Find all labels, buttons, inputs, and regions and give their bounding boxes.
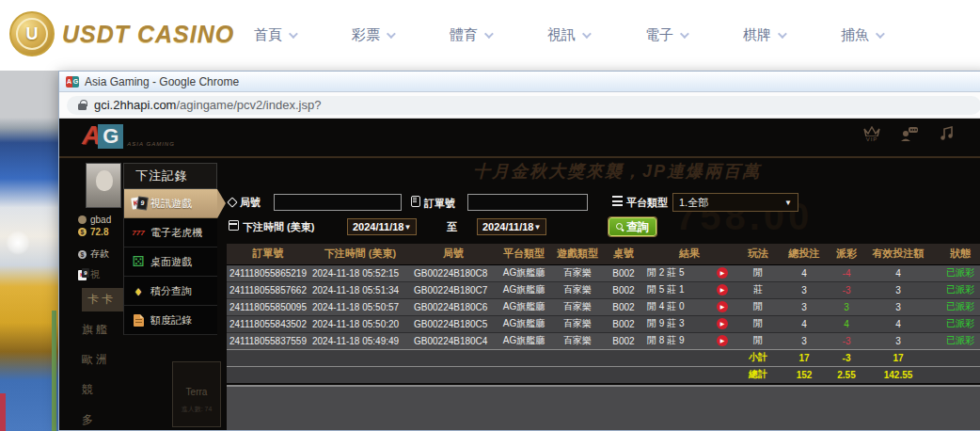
date-to-select[interactable]: 2024/11/18▼: [477, 218, 546, 235]
ag-body: 十月金秋大獎來襲，JP連爆兩百萬 758.00 gbad $ 72.8 $: [59, 158, 980, 430]
calendar-icon: [229, 220, 239, 231]
table-header-row: 訂單號 下注時間 (美東) 局號 平台類型 遊戲類型 桌號 結果 玩法 總投注 …: [227, 244, 980, 264]
hall-tab-duo: 多: [82, 412, 134, 428]
order-no-input[interactable]: [467, 194, 588, 211]
vip-crown-icon[interactable]: VIP: [861, 126, 883, 142]
bet-time-label: 下注時間 (美東): [229, 220, 314, 234]
music-icon[interactable]: [936, 126, 958, 141]
status-badge: 已派彩: [930, 281, 980, 298]
sidebar-item-video-games[interactable]: 視訊遊戲: [124, 189, 217, 218]
chevron-down-icon: [778, 29, 787, 39]
ag-logo[interactable]: A G ASIA GAMING: [82, 122, 175, 149]
slot-777-icon: [131, 225, 146, 240]
sidebar-item-table-games[interactable]: 桌面遊戲: [124, 247, 217, 277]
dice-icon: [131, 254, 146, 269]
nav-item-live[interactable]: 視訊: [519, 26, 617, 44]
dropdown-arrow-icon: ▼: [403, 223, 411, 231]
coin-logo-icon: U: [9, 11, 55, 56]
chrome-popup-window: Asia Gaming - Google Chrome gci.2hhapi.c…: [58, 71, 980, 431]
chevron-down-icon: [582, 29, 592, 39]
playing-cards-icon: [131, 196, 146, 211]
game-tile-background: Terra 進人數: 74: [172, 361, 221, 427]
chevron-down-icon: [680, 29, 689, 39]
chevron-down-icon: [289, 29, 298, 39]
table-row: 241118055843502 2024-11-18 05:50:20 GB00…: [227, 315, 980, 332]
table-row: 241118055865219 2024-11-18 05:52:15 GB00…: [227, 264, 980, 281]
site-logo[interactable]: U USDT CASINO: [9, 11, 234, 56]
screen: U USDT CASINO 首頁 彩票 體育 視訊 電子 棋牌 捕魚 Asia …: [0, 0, 980, 431]
url-field[interactable]: gci.2hhapi.com/agingame/pcv2/index.jsp?: [67, 96, 980, 115]
promo-marquee: 十月金秋大獎來襲，JP連爆兩百萬: [473, 160, 761, 183]
status-badge: 已派彩: [930, 332, 980, 349]
dropdown-arrow-icon: ▼: [784, 199, 792, 207]
nav-item-home[interactable]: 首頁: [226, 26, 324, 44]
user-icon: [78, 216, 87, 224]
coin-icon: $: [78, 228, 87, 236]
replay-icon[interactable]: ▶: [717, 284, 728, 295]
table-row: 241118055837559 2024-11-18 05:49:49 GB00…: [227, 332, 980, 349]
site-header: U USDT CASINO 首頁 彩票 體育 視訊 電子 棋牌 捕魚: [0, 0, 980, 71]
balance-row: $ 72.8: [78, 227, 108, 237]
order-no-label: 訂單號: [411, 196, 455, 211]
ag-favicon: [66, 76, 79, 88]
chevron-down-icon: [876, 29, 885, 39]
status-badge: 已派彩: [930, 264, 980, 281]
status-badge: 已派彩: [930, 315, 980, 332]
chevron-down-icon: [387, 29, 396, 39]
date-to-label: 至: [447, 220, 457, 234]
window-titlebar[interactable]: Asia Gaming - Google Chrome: [59, 72, 980, 92]
record-sidebar-menu: 視訊遊戲 電子老虎機 桌面遊戲 積分查詢: [123, 189, 217, 335]
replay-icon[interactable]: ▶: [717, 267, 728, 279]
nav-item-cards[interactable]: 棋牌: [715, 26, 813, 44]
ag-topbar: A G ASIA GAMING VIP: [59, 119, 980, 158]
table-row: 241118055850095 2024-11-18 05:50:57 GB00…: [227, 298, 980, 315]
document-icon: [134, 314, 144, 327]
brand-name: USDT CASINO: [62, 21, 234, 48]
sidebar-item-quota-record[interactable]: 額度記錄: [124, 306, 217, 335]
nav-item-slots[interactable]: 電子: [617, 26, 715, 44]
user-avatar[interactable]: [86, 163, 121, 208]
tag-icon: [227, 197, 237, 207]
search-button[interactable]: 查詢: [609, 217, 656, 236]
bet-records-table: 訂單號 下注時間 (美東) 局號 平台類型 遊戲類型 桌號 結果 玩法 總投注 …: [227, 244, 980, 383]
cards-icon: K: [78, 270, 87, 280]
sidebar-item-points-query[interactable]: 積分查詢: [124, 277, 217, 306]
chat-support-icon[interactable]: [898, 126, 921, 141]
page-url: gci.2hhapi.com/agingame/pcv2/index.jsp?: [94, 98, 321, 112]
deposit-icon: $: [78, 250, 87, 259]
window-title: Asia Gaming - Google Chrome: [85, 75, 239, 88]
nav-item-lottery[interactable]: 彩票: [324, 26, 421, 44]
art-detail: [52, 311, 56, 431]
panel-title: 下注記錄: [123, 163, 217, 189]
hall-tab-europe: 歐洲: [82, 352, 134, 368]
replay-icon[interactable]: ▶: [717, 318, 728, 329]
date-from-select[interactable]: 2024/11/18▼: [347, 218, 417, 235]
round-no-label: 局號: [229, 196, 261, 210]
lock-icon[interactable]: [78, 100, 87, 110]
round-no-input[interactable]: [274, 194, 402, 211]
ag-page: A G ASIA GAMING VIP: [59, 119, 980, 430]
nav-item-fishing[interactable]: 捕魚: [813, 26, 910, 44]
deposit-button[interactable]: $ 存款: [78, 247, 109, 261]
platform-icon: [612, 196, 623, 206]
sidebar-item-slots[interactable]: 電子老虎機: [124, 218, 217, 247]
clipboard-icon: [411, 196, 420, 207]
gem-icon: [131, 283, 146, 298]
table-empty-area: [227, 385, 980, 430]
art-detail: [0, 393, 6, 431]
username-row: gbad: [78, 215, 111, 225]
magnifier-icon: [616, 223, 624, 231]
dropdown-arrow-icon: ▼: [533, 223, 541, 231]
video-tab-fragment: K 視: [78, 268, 100, 281]
diamond-sparkle: [6, 231, 30, 255]
site-nav: 首頁 彩票 體育 視訊 電子 棋牌 捕魚: [226, 0, 910, 71]
nav-item-sports[interactable]: 體育: [421, 26, 519, 44]
ag-header-icons: VIP: [861, 126, 958, 142]
replay-icon[interactable]: ▶: [717, 335, 728, 346]
chevron-down-icon: [484, 29, 494, 39]
platform-type-select[interactable]: 1.全部 ▼: [672, 193, 798, 212]
replay-icon[interactable]: ▶: [717, 301, 728, 312]
total-row: 總計 152 2.55 142.55: [227, 366, 980, 383]
table-row: 241118055857662 2024-11-18 05:51:34 GB00…: [227, 281, 980, 298]
status-badge: 已派彩: [930, 298, 980, 315]
